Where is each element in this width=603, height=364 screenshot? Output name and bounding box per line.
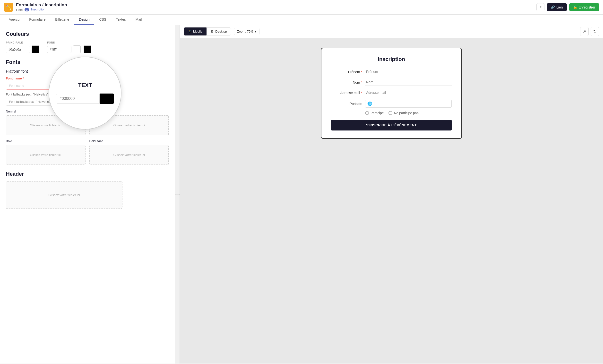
required-indicator-2: *	[361, 81, 362, 84]
fond-field: FOND	[47, 41, 91, 53]
colors-section: Couleurs PRINCIPALE FOND	[6, 31, 169, 53]
link-icon: 🔗	[551, 5, 555, 9]
tab-formulaire[interactable]: Formulaire	[24, 15, 50, 25]
font-variant-row-2: Bold Glissez votre fichier ici Bold Ital…	[6, 139, 169, 165]
preview-area: Inscription Prénom * Nom * Adresse mail …	[180, 38, 603, 364]
breadcrumb-badge: 1	[24, 8, 29, 12]
form-preview-card: Inscription Prénom * Nom * Adresse mail …	[321, 48, 462, 139]
radio-field: Participe Ne participe pas	[331, 111, 452, 115]
save-label: Enregistrer	[579, 5, 595, 9]
tab-billetterie[interactable]: Billetterie	[50, 15, 74, 25]
color-picker-input-group	[56, 93, 114, 104]
phone-input-group: 🌐	[365, 100, 452, 108]
tab-css[interactable]: CSS	[94, 15, 111, 25]
app-icon: ✏️	[4, 3, 13, 12]
desktop-button[interactable]: 🖥 Desktop	[207, 27, 231, 35]
desktop-icon: 🖥	[211, 30, 214, 33]
principale-input[interactable]	[6, 46, 30, 53]
header-actions: ↗ 🔗 Lien 🔒 Enregistrer	[536, 3, 599, 11]
color-row: PRINCIPALE FOND	[6, 41, 169, 53]
color-picker-title: TEXT	[78, 82, 92, 88]
mobile-button[interactable]: 📱 Mobile	[184, 27, 207, 35]
radio-label-1: Participe	[371, 111, 384, 115]
breadcrumb-nav: Liste 1 Inscription	[16, 8, 67, 12]
submit-button[interactable]: S'INSCRIRE À L'ÉVÉNEMENT	[331, 120, 452, 130]
bold-italic-label: Bold Italic	[89, 139, 169, 143]
bold-italic-dropzone[interactable]: Glissez votre fichier ici	[89, 145, 169, 165]
main-layout: TEXT Couleurs PRINCIPALE FOND	[0, 25, 603, 364]
phone-flag-icon[interactable]: 🌐	[365, 100, 374, 107]
zoom-control[interactable]: Zoom: 75% ▾	[234, 28, 259, 35]
fond-label: FOND	[47, 41, 91, 44]
radio-btn-1[interactable]	[365, 111, 369, 115]
radio-group: Participe Ne participe pas	[365, 111, 452, 115]
nom-label: Nom *	[331, 81, 365, 84]
phone-input[interactable]	[374, 100, 452, 107]
font-variant-bold: Bold Glissez votre fichier ici	[6, 139, 85, 165]
save-button[interactable]: 🔒 Enregistrer	[569, 3, 599, 11]
prenom-input[interactable]	[365, 68, 452, 75]
breadcrumb-home[interactable]: Liste	[16, 8, 23, 12]
link-label: Lien	[556, 5, 563, 9]
prenom-label: Prénom *	[331, 70, 365, 74]
zoom-label: Zoom: 75%	[237, 30, 253, 33]
principale-swatch[interactable]	[32, 46, 39, 53]
email-field: Adresse mail *	[331, 89, 452, 96]
principale-label: PRINCIPALE	[6, 41, 39, 44]
bold-label: Bold	[6, 139, 85, 143]
principale-input-group	[6, 46, 39, 53]
radio-participe[interactable]: Participe	[365, 111, 384, 115]
preview-toolbar: 📱 Mobile 🖥 Desktop Zoom: 75% ▾ ↗ ↻	[180, 25, 603, 38]
breadcrumb-current[interactable]: Inscription	[31, 8, 46, 12]
header-section: Header Glissez votre fichier ici	[6, 171, 169, 209]
right-panel: 📱 Mobile 🖥 Desktop Zoom: 75% ▾ ↗ ↻ Inscr…	[180, 25, 603, 364]
phone-label: Portable	[331, 102, 365, 106]
tab-textes[interactable]: Textes	[111, 15, 130, 25]
required-indicator: *	[361, 70, 362, 74]
tab-design[interactable]: Design	[74, 15, 94, 25]
font-name-input[interactable]	[6, 82, 54, 90]
colors-title: Couleurs	[6, 31, 169, 37]
color-picker-overlay: TEXT	[49, 57, 121, 129]
tab-mail[interactable]: Mail	[131, 15, 147, 25]
nom-field: Nom *	[331, 79, 452, 86]
tab-apercu[interactable]: Aperçu	[4, 15, 24, 25]
header-section-title: Header	[6, 171, 169, 177]
save-icon: 🔒	[573, 5, 577, 9]
external-link-button[interactable]: ↗	[580, 27, 589, 36]
left-panel: TEXT Couleurs PRINCIPALE FOND	[0, 25, 175, 364]
radio-btn-2[interactable]	[388, 111, 392, 115]
desktop-label: Desktop	[215, 30, 227, 33]
radio-non-participe[interactable]: Ne participe pas	[388, 111, 418, 115]
prenom-field: Prénom *	[331, 68, 452, 75]
radio-label-2: Ne participe pas	[394, 111, 418, 115]
form-preview-title: Inscription	[331, 56, 452, 62]
fond-swatch-2[interactable]	[84, 46, 91, 53]
page-title: Formulaires / Inscription	[16, 2, 67, 8]
color-swatch-black[interactable]	[100, 93, 114, 104]
app-header: ✏️ Formulaires / Inscription Liste 1 Ins…	[0, 0, 603, 15]
email-label: Adresse mail *	[331, 91, 365, 95]
header-left: ✏️ Formulaires / Inscription Liste 1 Ins…	[4, 2, 67, 12]
email-input[interactable]	[365, 89, 452, 96]
principale-field: PRINCIPALE	[6, 41, 39, 53]
phone-field: Portable 🌐	[331, 100, 452, 108]
mobile-icon: 📱	[188, 30, 192, 33]
resize-handle[interactable]: ⟺	[175, 25, 180, 364]
nom-input[interactable]	[365, 79, 452, 86]
header-dropzone[interactable]: Glissez votre fichier ici	[6, 181, 122, 209]
refresh-button[interactable]: ↻	[591, 27, 599, 36]
tab-bar: Aperçu Formulaire Billetterie Design CSS…	[0, 15, 603, 25]
share-button[interactable]: ↗	[536, 3, 545, 11]
mobile-label: Mobile	[193, 30, 202, 33]
font-variant-bold-italic: Bold Italic Glissez votre fichier ici	[89, 139, 169, 165]
chevron-down-icon: ▾	[255, 30, 256, 33]
breadcrumb: Formulaires / Inscription Liste 1 Inscri…	[16, 2, 67, 12]
link-button[interactable]: 🔗 Lien	[547, 3, 567, 11]
required-indicator-3: *	[361, 91, 362, 95]
fond-input[interactable]	[47, 46, 71, 53]
color-picker-input[interactable]	[56, 94, 100, 104]
fond-swatch[interactable]	[73, 46, 81, 53]
bold-dropzone[interactable]: Glissez votre fichier ici	[6, 145, 85, 165]
fond-input-group	[47, 46, 91, 53]
